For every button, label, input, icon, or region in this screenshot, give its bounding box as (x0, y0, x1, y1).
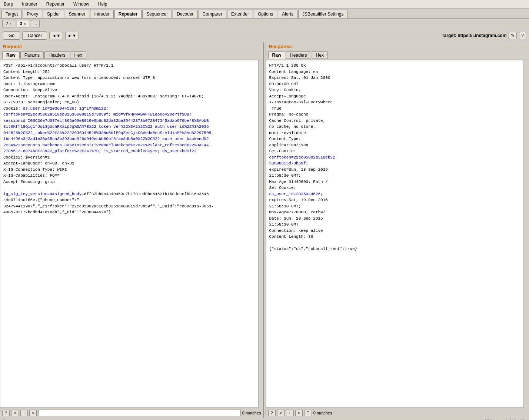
content-area: Request Raw Params Headers Hex POST /api… (0, 42, 529, 418)
request-tabs: Raw Params Headers Hex (0, 51, 263, 60)
response-search-next-plus[interactable]: + (286, 410, 293, 416)
response-text-area[interactable]: HTTP/1.1 200 OK Content-Language: en Exp… (266, 60, 524, 408)
request-text-line1: POST /api/v1/accounts/robocall_user/ HTT… (3, 63, 204, 111)
response-tab-hex[interactable]: Hex (312, 51, 328, 59)
response-search-prev[interactable]: < (277, 410, 285, 416)
repeater-tab-more[interactable]: ... (31, 20, 40, 27)
response-search-bar: ? < + > T 0 matches (266, 408, 529, 418)
main-tab-spider[interactable]: Spider (43, 10, 64, 18)
main-tab-intruder[interactable]: Intruder (90, 10, 113, 18)
response-cookie1-rest: expires=Sun, 18-Sep-2016 21:58:30 GMT; M… (269, 167, 328, 190)
forward-nav[interactable]: ►▼ (65, 32, 79, 39)
response-setcookie2: ds_user_id=2036044526; (269, 192, 323, 196)
main-tab-sequencer[interactable]: Sequencer (142, 10, 172, 18)
request-search-next[interactable]: > (29, 410, 37, 416)
request-panel: Request Raw Params Headers Hex POST /api… (0, 42, 264, 418)
toolbar: Go Cancel ◄▼ ►▼ Target: https://i.instag… (0, 29, 529, 42)
back-dropdown-icon[interactable]: ▼ (56, 33, 60, 38)
request-cookie-igfl: igfl=hdmi22; (79, 106, 109, 111)
go-button[interactable]: Go (3, 31, 20, 40)
response-tab-headers[interactable]: Headers (286, 51, 311, 59)
response-tab-raw[interactable]: Raw (268, 51, 286, 59)
request-text-area[interactable]: POST /api/v1/accounts/robocall_user/ HTT… (0, 60, 258, 408)
request-tab-headers[interactable]: Headers (44, 51, 69, 59)
target-edit-button[interactable]: ✎ (509, 32, 517, 39)
forward-arrow-icon: ► (68, 33, 72, 38)
cancel-button[interactable]: Cancel (22, 31, 47, 40)
response-header: Response (266, 42, 529, 51)
main-tab-jsbeautifier-settings[interactable]: JSBeautifier Settings (298, 10, 347, 18)
request-cookie2-line: Cookie2: $Version=1 Accept-Language: en-… (3, 155, 74, 184)
request-cookie-sep: ; (74, 106, 79, 111)
request-content-wrapper: POST /api/v1/accounts/robocall_user/ HTT… (0, 60, 263, 408)
main-tab-decoder[interactable]: Decoder (173, 10, 197, 18)
request-search-next-plus[interactable]: + (20, 410, 28, 416)
target-help-button[interactable]: ? (519, 32, 526, 39)
main-tab-proxy[interactable]: Proxy (23, 10, 42, 18)
repeater-tab-3[interactable]: 3 × (17, 20, 30, 27)
response-matches-label: 0 matches (313, 411, 332, 415)
menu-repeater[interactable]: Repeater (45, 1, 66, 7)
main-tab-repeater[interactable]: Repeater (114, 10, 142, 18)
request-tab-raw[interactable]: Raw (2, 51, 20, 59)
main-tab-alerts[interactable]: Alerts (278, 10, 297, 18)
request-body-sig: ig_sig_key_version=4&signed_body (3, 192, 81, 196)
request-tab-params[interactable]: Params (20, 51, 44, 59)
request-cookie-dsuser-label: ds_user_id=2036044526 (23, 106, 74, 111)
menu-intruder[interactable]: Intruder (20, 1, 39, 7)
target-label: Target: https://i.instagram.com (442, 33, 506, 38)
repeater-tab-2[interactable]: 2 × (2, 20, 15, 27)
close-tab-2-icon[interactable]: × (10, 22, 12, 26)
request-search-input[interactable] (38, 410, 240, 416)
response-tabs: Raw Headers Hex (266, 51, 529, 60)
response-search-help[interactable]: ? (268, 410, 276, 416)
menu-bar: Burp Intruder Repeater Window Help (0, 0, 529, 9)
main-tab-comparer[interactable]: Comparer (199, 10, 226, 18)
response-panel: Response Raw Headers Hex HTTP/1.1 200 OK… (266, 42, 529, 418)
response-text-headers: HTTP/1.1 200 OK Content-Language: en Exp… (269, 63, 335, 153)
main-tab-bar: TargetProxySpiderScannerIntruderRepeater… (0, 9, 529, 19)
request-search-prev[interactable]: < (11, 410, 19, 416)
response-search-next[interactable]: > (295, 410, 303, 416)
request-search-bar: ? < + > 0 matches (0, 408, 263, 418)
menu-help[interactable]: Help (97, 1, 109, 7)
status-bar: Done 594 bytes | 1,685 millis (0, 418, 529, 420)
back-nav[interactable]: ◄▼ (49, 32, 63, 39)
forward-dropdown-icon[interactable]: ▼ (72, 33, 76, 38)
request-search-help[interactable]: ? (2, 410, 10, 416)
response-scrollbar[interactable] (524, 60, 529, 408)
response-setcookie1: csrftoken=22ec05802a518eb32 53608815d73b… (269, 155, 335, 166)
response-content-wrapper: HTTP/1.1 200 OK Content-Language: en Exp… (266, 60, 529, 408)
request-matches-label: 0 matches (242, 411, 261, 415)
response-search-type[interactable]: T (304, 410, 312, 416)
request-scrollbar[interactable] (258, 60, 263, 408)
request-cookie-csrf: csrftoken=22ec05802a518eb32536608815d73b… (3, 112, 211, 153)
response-cookie2-rest: expires=Sat, 19-Dec-2015 21:58:30 GMT; M… (269, 198, 357, 251)
request-header: Request (0, 42, 263, 51)
menu-window[interactable]: Window (72, 1, 91, 7)
back-arrow-icon: ◄ (52, 33, 56, 38)
close-tab-3-icon[interactable]: × (24, 22, 26, 26)
main-tab-scanner[interactable]: Scanner (65, 10, 90, 18)
request-tab-hex[interactable]: Hex (70, 51, 86, 59)
repeater-tab-row: 2 × 3 × ... (0, 19, 529, 29)
main-tab-extender[interactable]: Extender (227, 10, 253, 18)
menu-burp[interactable]: Burp (2, 1, 14, 7)
main-tab-options[interactable]: Options (254, 10, 277, 18)
main-tab-target[interactable]: Target (1, 10, 22, 18)
